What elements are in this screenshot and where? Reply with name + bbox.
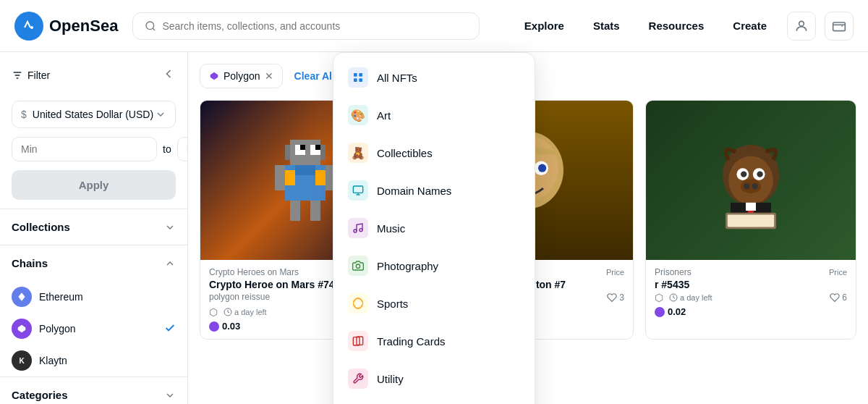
dropdown-all-nfts[interactable]: All NFTs [333,59,535,96]
apply-button[interactable]: Apply [12,170,176,200]
svg-point-2 [146,22,154,30]
card-1-actions: ⬡ a day left [209,306,267,318]
svg-point-40 [741,171,746,177]
chevron-down-icon [164,390,176,401]
chevron-down-icon [155,109,166,120]
nav-resources[interactable]: Resources [637,14,716,38]
chain-list: Ethereum Polygon K [0,281,187,376]
svg-rect-55 [353,186,362,193]
logo[interactable]: OpenSea [14,12,118,41]
svg-rect-54 [359,78,362,82]
clock-icon [669,293,678,302]
svg-point-1 [30,26,33,29]
profile-icon[interactable] [787,12,816,41]
svg-rect-49 [728,215,774,227]
search-input[interactable] [162,20,467,32]
svg-marker-10 [18,325,26,333]
chain-polygon[interactable]: Polygon [0,313,187,345]
dropdown-photography[interactable]: Photography [333,247,535,285]
card-3-price-row: 0.02 [655,306,847,317]
nft-card-3[interactable]: Prisoners Price r #5435 ⬡ a day left [645,100,856,340]
svg-point-33 [538,164,546,172]
svg-point-60 [356,264,359,268]
svg-rect-21 [315,170,326,185]
card-3-price: 0.02 [668,306,686,317]
utility-icon [348,369,368,389]
currency-select[interactable]: $ United States Dollar (USD) [12,101,176,128]
svg-rect-52 [359,73,362,77]
filter-title: Filter [27,70,50,81]
sports-icon [348,293,368,313]
all-nfts-label: All NFTs [377,72,417,84]
dropdown-art[interactable]: 🎨 Art [333,96,535,134]
svg-point-41 [757,171,762,177]
dropdown-domain-names[interactable]: Domain Names [333,172,535,209]
sidebar-collapse-button[interactable] [161,67,176,83]
currency-label: United States Dollar (USD) [33,109,153,120]
polygon-tag-label: Polygon [224,70,260,82]
svg-rect-22 [295,165,315,175]
dropdown-collectibles[interactable]: 🧸 Collectibles [333,134,535,172]
sports-label: Sports [377,298,408,310]
dropdown-virtual-worlds[interactable]: Virtual Worlds [333,397,535,404]
svg-point-44 [752,183,757,189]
logo-icon [14,12,43,41]
card-2-likes: 3 [607,293,624,303]
svg-rect-23 [290,201,300,221]
polygon-label: Polygon [39,323,76,334]
wallet-icon[interactable] [825,12,854,41]
polygon-tag-icon [209,71,219,81]
matic-icon [209,321,219,332]
card-1-time: a day left [224,308,267,316]
search-bar[interactable] [132,12,480,40]
klaytn-label: Klaytn [39,355,67,366]
remove-polygon-filter[interactable]: ✕ [265,70,273,82]
dropdown-utility[interactable]: Utility [333,360,535,397]
card-3-actions: ⬡ a day left [655,292,712,303]
card-3-time: a day left [669,293,712,302]
card-3-collection: Prisoners Price [655,267,847,277]
chain-klaytn[interactable]: K Klaytn [0,345,187,376]
collectibles-icon: 🧸 [348,143,368,163]
search-icon [145,20,156,32]
card-1-share-icon[interactable]: ⬡ [209,306,218,318]
svg-rect-14 [320,145,326,160]
collections-header[interactable]: Collections [0,209,187,245]
utility-label: Utility [377,373,404,385]
polygon-filter-tag[interactable]: Polygon ✕ [200,64,283,88]
categories-header[interactable]: Categories [0,377,187,404]
card-3-footer: ⬡ a day left 6 [655,292,847,303]
svg-point-42 [741,180,761,194]
card-3-name: r #5435 [655,279,847,290]
matic-icon-3 [655,307,665,317]
music-icon [348,218,368,238]
dropdown-sports[interactable]: Sports [333,285,535,322]
categories-section: Categories [0,377,187,404]
photography-label: Photography [377,260,438,272]
sidebar: Filter $ United States Dollar (USD) [0,52,188,404]
nav-stats[interactable]: Stats [582,14,631,38]
card-3-likes: 6 [830,293,847,303]
card-3-image [646,101,856,260]
price-min-input[interactable] [12,137,157,161]
nav-create[interactable]: Create [721,14,778,38]
dropdown-trading-cards[interactable]: Trading Cards [333,322,535,360]
svg-rect-24 [310,201,320,221]
explore-dropdown: All NFTs 🎨 Art 🧸 Collectibles Domain Nam… [333,52,535,404]
card-3-share-icon[interactable]: ⬡ [655,292,663,303]
chain-ethereum[interactable]: Ethereum [0,281,187,313]
main-nav: Explore Stats Resources Create [513,12,854,41]
price-range-separator: to [163,143,171,155]
chains-section: Chains Ethereum Polygon [0,245,187,377]
svg-point-59 [359,229,362,232]
chains-header[interactable]: Chains [0,245,187,281]
dropdown-music[interactable]: Music [333,209,535,247]
nav-explore[interactable]: Explore [513,14,576,38]
heart-icon [830,293,840,303]
categories-label: Categories [12,389,68,401]
ethereum-label: Ethereum [39,291,83,303]
all-nfts-icon [348,67,368,88]
trading-cards-icon [348,331,368,351]
price-max-input[interactable] [177,137,188,161]
chevron-up-icon [164,258,176,269]
